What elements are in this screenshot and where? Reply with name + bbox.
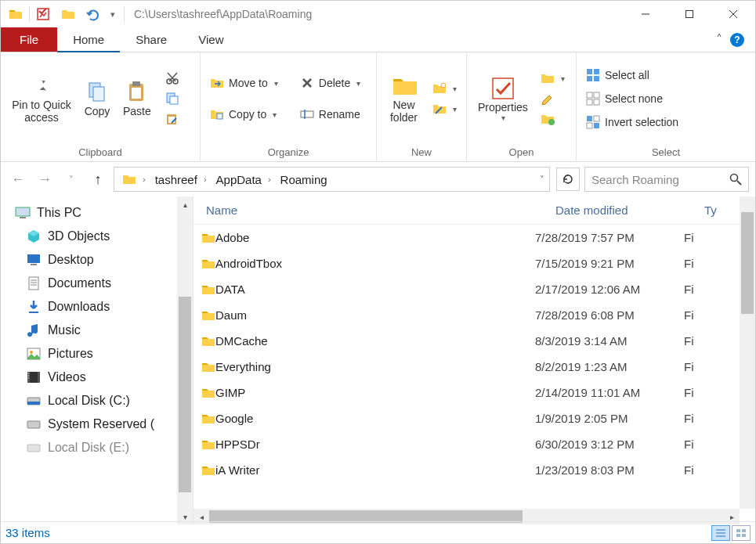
svg-rect-52 [27, 402, 40, 405]
easy-access-button[interactable]: ▾ [428, 99, 461, 118]
icons-view-button[interactable] [732, 525, 751, 541]
navigation-pane[interactable]: This PC 3D Objects Desktop Documents Dow… [1, 196, 194, 524]
history-button[interactable] [536, 110, 570, 128]
svg-point-19 [548, 119, 555, 125]
paste-button[interactable]: Paste [117, 77, 157, 121]
close-button[interactable] [711, 1, 755, 27]
back-button[interactable]: ← [7, 168, 29, 190]
maximize-button[interactable] [667, 1, 711, 27]
delete-button[interactable]: Delete▾ [295, 74, 365, 92]
details-view-button[interactable] [711, 525, 730, 541]
history-icon [541, 112, 555, 126]
nav-local-disk-e[interactable]: Local Disk (E:) [23, 436, 193, 459]
new-folder-qat-icon[interactable] [56, 2, 80, 26]
edit-button[interactable] [536, 89, 570, 108]
tab-view[interactable]: View [183, 27, 239, 52]
nav-desktop[interactable]: Desktop [23, 248, 193, 272]
svg-rect-22 [587, 76, 592, 81]
select-none-button[interactable]: Select none [581, 89, 683, 108]
copy-to-button[interactable]: Copy to▾ [205, 105, 283, 124]
forward-button[interactable]: → [34, 168, 56, 190]
undo-icon[interactable] [81, 2, 105, 26]
new-folder-button[interactable]: New folder [382, 70, 426, 127]
nav-pictures[interactable]: Pictures [23, 342, 193, 366]
open-button[interactable]: ▾ [536, 69, 570, 88]
svg-rect-15 [301, 111, 313, 117]
tab-file[interactable]: File [1, 27, 57, 52]
scrollbar-thumb[interactable] [179, 297, 191, 492]
svg-rect-4 [93, 87, 104, 101]
recent-dropdown[interactable]: ˅ [60, 168, 82, 190]
rename-button[interactable]: Rename [295, 105, 365, 124]
breadcrumb-seg-0[interactable]: tashreef› [150, 173, 212, 186]
file-row[interactable]: DATA2/17/2019 12:06 AMFi [194, 276, 755, 302]
cut-button[interactable] [161, 69, 184, 88]
scroll-up-icon[interactable]: ▴ [177, 196, 193, 212]
paste-shortcut-button[interactable] [161, 110, 184, 128]
scroll-left-icon[interactable]: ◂ [194, 513, 209, 521]
list-vscrollbar[interactable] [740, 196, 755, 509]
search-input[interactable]: Search Roaming [584, 167, 749, 192]
file-row[interactable]: Adobe7/28/2019 7:57 PMFi [194, 225, 755, 250]
new-item-button[interactable]: ▾ [428, 79, 461, 98]
refresh-button[interactable] [556, 168, 580, 191]
minimize-button[interactable] [624, 1, 667, 27]
breadcrumb-seg-2[interactable]: Roaming [276, 173, 332, 186]
col-date[interactable]: Date modified [543, 204, 692, 217]
help-icon[interactable]: ? [730, 33, 744, 47]
file-row[interactable]: AndroidTbox7/15/2019 9:21 PMFi [194, 250, 755, 276]
navpane-scrollbar[interactable]: ▴ ▾ [177, 196, 193, 524]
nav-local-disk-c[interactable]: Local Disk (C:) [23, 389, 193, 413]
nav-videos[interactable]: Videos [23, 366, 193, 389]
file-row[interactable]: DMCache8/3/2019 3:14 AMFi [194, 328, 755, 354]
scroll-right-icon[interactable]: ▸ [724, 513, 740, 521]
select-all-button[interactable]: Select all [581, 66, 683, 85]
move-to-button[interactable]: Move to▾ [205, 74, 283, 92]
properties-icon[interactable] [31, 2, 55, 26]
nav-this-pc[interactable]: This PC [12, 201, 193, 225]
copy-path-button[interactable] [161, 89, 184, 108]
breadcrumb-root[interactable]: › [118, 173, 150, 186]
quick-access-toolbar: ▾ [1, 2, 128, 26]
downloads-icon [26, 299, 42, 315]
tab-home[interactable]: Home [57, 27, 120, 52]
nav-music[interactable]: Music [23, 319, 193, 342]
ribbon-tabs: File Home Share View ˄ ? [1, 27, 755, 52]
copy-button[interactable]: Copy [78, 77, 117, 121]
file-date: 6/30/2019 3:12 PM [535, 438, 684, 451]
file-name: HPPSDr [215, 438, 535, 451]
tab-share[interactable]: Share [120, 27, 183, 52]
address-bar: ← → ˅ ↑ › tashreef› AppData› Roaming ˅ S… [1, 162, 755, 196]
breadcrumb-seg-1[interactable]: AppData› [212, 173, 276, 186]
move-icon [210, 76, 224, 90]
qat-customize-icon[interactable]: ▾ [107, 2, 119, 26]
col-type[interactable]: Ty [692, 204, 723, 217]
invert-selection-button[interactable]: Invert selection [581, 113, 683, 131]
file-row[interactable]: iA Writer1/23/2019 8:03 PMFi [194, 457, 755, 483]
pin-to-quick-access-button[interactable]: Pin to Quick access [5, 70, 78, 127]
svg-rect-26 [587, 99, 592, 105]
desktop-icon [26, 252, 42, 268]
file-row[interactable]: Everything8/2/2019 1:23 AMFi [194, 354, 755, 380]
file-row[interactable]: HPPSDr6/30/2019 3:12 PMFi [194, 431, 755, 457]
file-row[interactable]: GIMP2/14/2019 11:01 AMFi [194, 380, 755, 405]
ribbon-collapse-icon[interactable]: ˄ [716, 32, 722, 47]
group-open-label: Open [467, 145, 576, 161]
breadcrumb-dropdown-icon[interactable]: ˅ [540, 175, 544, 185]
properties-button[interactable]: Properties ▾ [472, 73, 534, 125]
folder-icon[interactable] [4, 2, 27, 26]
file-date: 8/2/2019 1:23 AM [535, 360, 684, 373]
svg-rect-31 [594, 123, 599, 128]
nav-3d-objects[interactable]: 3D Objects [23, 225, 193, 248]
documents-icon [26, 276, 42, 291]
nav-documents[interactable]: Documents [23, 272, 193, 295]
file-row[interactable]: Daum7/28/2019 6:08 PMFi [194, 302, 755, 328]
file-list: Adobe7/28/2019 7:57 PMFiAndroidTbox7/15/… [194, 225, 755, 483]
nav-downloads[interactable]: Downloads [23, 295, 193, 319]
file-row[interactable]: Google1/9/2019 2:05 PMFi [194, 405, 755, 431]
scrollbar-thumb[interactable] [741, 212, 754, 314]
nav-system-reserved[interactable]: System Reserved ( [23, 413, 193, 436]
breadcrumb[interactable]: › tashreef› AppData› Roaming ˅ [114, 167, 550, 192]
up-button[interactable]: ↑ [87, 168, 109, 190]
col-name[interactable]: Name [194, 204, 543, 217]
